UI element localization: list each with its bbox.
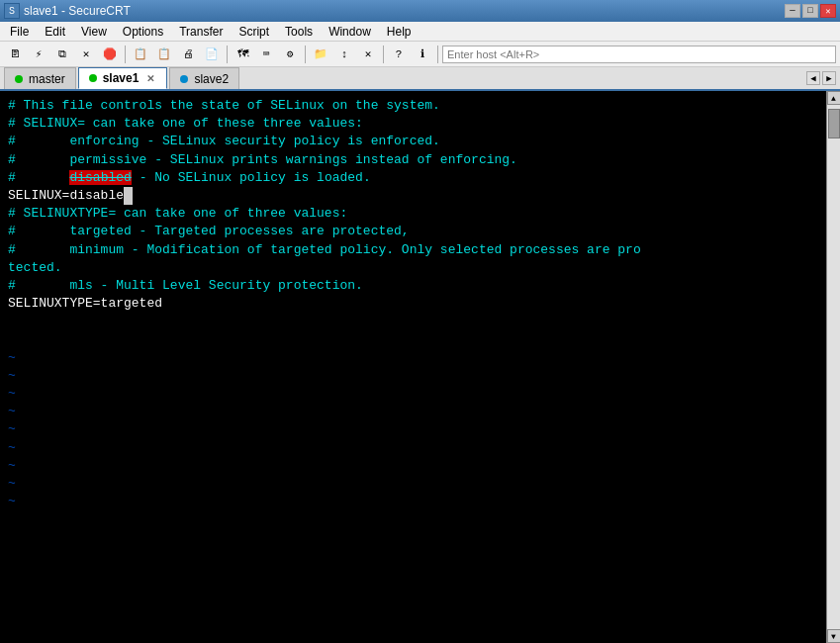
minimize-button[interactable]: ─ — [785, 4, 800, 18]
tab-prev-button[interactable]: ◀ — [806, 71, 820, 85]
terminal-tilde-8: ~ — [8, 475, 818, 493]
scrollbar-track[interactable] — [827, 105, 841, 629]
toolbar-sep3 — [305, 46, 306, 63]
terminal[interactable]: # This file controls the state of SELinu… — [0, 91, 826, 643]
scrollbar-thumb[interactable] — [828, 109, 840, 138]
tab-slave1-status — [89, 74, 97, 82]
toolbar-sftp[interactable]: 📁 — [310, 45, 331, 64]
menu-options[interactable]: Options — [115, 22, 171, 41]
terminal-line-10: tected. — [8, 259, 818, 277]
tab-next-button[interactable]: ▶ — [822, 71, 836, 85]
toolbar-help[interactable]: ? — [388, 45, 410, 64]
terminal-tilde-5: ~ — [8, 420, 818, 438]
selinuxtype-value: SELINUXTYPE=targeted — [8, 296, 162, 311]
toolbar-copy[interactable]: 📋 — [130, 45, 151, 64]
scrollbar[interactable]: ▲ ▼ — [826, 91, 840, 643]
menu-edit[interactable]: Edit — [37, 22, 73, 41]
toolbar-stop[interactable]: 🛑 — [99, 45, 121, 64]
toolbar-connect[interactable]: ⚡ — [28, 45, 49, 64]
terminal-tilde-7: ~ — [8, 457, 818, 475]
terminal-line-13 — [8, 313, 818, 330]
terminal-line-1: # This file controls the state of SELinu… — [8, 97, 818, 115]
title-bar: S slave1 - SecureCRT ─ □ ✕ — [0, 0, 840, 22]
toolbar-sep4 — [383, 46, 384, 63]
tab-master-label: master — [29, 72, 65, 86]
toolbar-map[interactable]: 🗺 — [232, 45, 253, 64]
strikethrough-disabled: disabled — [69, 170, 131, 185]
tab-slave2-status — [180, 75, 188, 83]
terminal-line-12: SELINUXTYPE=targeted — [8, 295, 818, 313]
menu-tools[interactable]: Tools — [277, 22, 321, 41]
menu-help[interactable]: Help — [379, 22, 420, 41]
tab-slave2-label: slave2 — [194, 72, 229, 86]
toolbar-sep5 — [437, 46, 438, 63]
toolbar-settings[interactable]: ⚙ — [279, 45, 301, 64]
terminal-tilde-2: ~ — [8, 367, 818, 385]
title-controls[interactable]: ─ □ ✕ — [785, 4, 836, 18]
terminal-tilde-9: ~ — [8, 493, 818, 510]
app-icon: S — [4, 3, 20, 19]
toolbar-log[interactable]: 📄 — [201, 45, 223, 64]
tab-nav: ◀ ▶ — [806, 71, 836, 85]
terminal-line-4: # permissive - SELinux prints warnings i… — [8, 151, 818, 169]
terminal-tilde-3: ~ — [8, 385, 818, 403]
menu-script[interactable]: Script — [231, 22, 277, 41]
terminal-line-2: # SELINUX= can take one of these three v… — [8, 115, 818, 133]
close-button[interactable]: ✕ — [820, 4, 836, 18]
toolbar-x[interactable]: ✕ — [357, 45, 379, 64]
tab-slave1-label: slave1 — [103, 71, 140, 85]
tab-slave2[interactable]: slave2 — [169, 67, 239, 89]
terminal-line-3: # enforcing - SELinux security policy is… — [8, 133, 818, 150]
scrollbar-up[interactable]: ▲ — [827, 91, 841, 105]
selinux-value: SELINUX=disable — [8, 188, 133, 203]
toolbar-new[interactable]: 🖹 — [4, 45, 26, 64]
window-title: slave1 - SecureCRT — [24, 4, 131, 18]
main-area: # This file controls the state of SELinu… — [0, 91, 840, 643]
title-bar-left: S slave1 - SecureCRT — [4, 3, 131, 19]
terminal-line-5: # disabled - No SELinux policy is loaded… — [8, 169, 818, 187]
toolbar-transfer[interactable]: ↕ — [333, 45, 355, 64]
terminal-tilde-1: ~ — [8, 349, 818, 367]
terminal-line-8: # targeted - Targeted processes are prot… — [8, 223, 818, 240]
terminal-line-7: # SELINUXTYPE= can take one of three val… — [8, 205, 818, 223]
terminal-tilde-4: ~ — [8, 403, 818, 420]
terminal-line-11: # mls - Multi Level Security protection. — [8, 277, 818, 295]
menu-transfer[interactable]: Transfer — [171, 22, 231, 41]
tab-master[interactable]: master — [4, 67, 76, 89]
maximize-button[interactable]: □ — [802, 4, 818, 18]
menu-bar: File Edit View Options Transfer Script T… — [0, 22, 840, 42]
terminal-tilde-6: ~ — [8, 439, 818, 457]
toolbar-sep2 — [227, 46, 228, 63]
toolbar: 🖹 ⚡ ⧉ ✕ 🛑 📋 📋 🖨 📄 🗺 ⌨ ⚙ 📁 ↕ ✕ ? ℹ — [0, 42, 840, 67]
tab-bar: master slave1 ✕ slave2 ◀ ▶ — [0, 67, 840, 91]
terminal-line-9: # minimum - Modification of targeted pol… — [8, 241, 818, 259]
tab-master-status — [15, 75, 23, 83]
cursor — [124, 187, 133, 205]
menu-view[interactable]: View — [73, 22, 115, 41]
toolbar-sep1 — [125, 46, 126, 63]
tab-slave1-close[interactable]: ✕ — [144, 72, 156, 84]
scrollbar-down[interactable]: ▼ — [827, 629, 841, 643]
terminal-line-6: SELINUX=disable — [8, 187, 818, 205]
toolbar-paste[interactable]: 📋 — [153, 45, 175, 64]
toolbar-about[interactable]: ℹ — [412, 45, 433, 64]
toolbar-close[interactable]: ✕ — [75, 45, 97, 64]
terminal-line-14 — [8, 330, 818, 348]
tab-slave1[interactable]: slave1 ✕ — [78, 67, 168, 89]
menu-file[interactable]: File — [2, 22, 37, 41]
toolbar-clone[interactable]: ⧉ — [51, 45, 73, 64]
address-bar[interactable] — [442, 46, 836, 63]
menu-window[interactable]: Window — [321, 22, 379, 41]
toolbar-print[interactable]: 🖨 — [177, 45, 199, 64]
toolbar-keys[interactable]: ⌨ — [255, 45, 277, 64]
